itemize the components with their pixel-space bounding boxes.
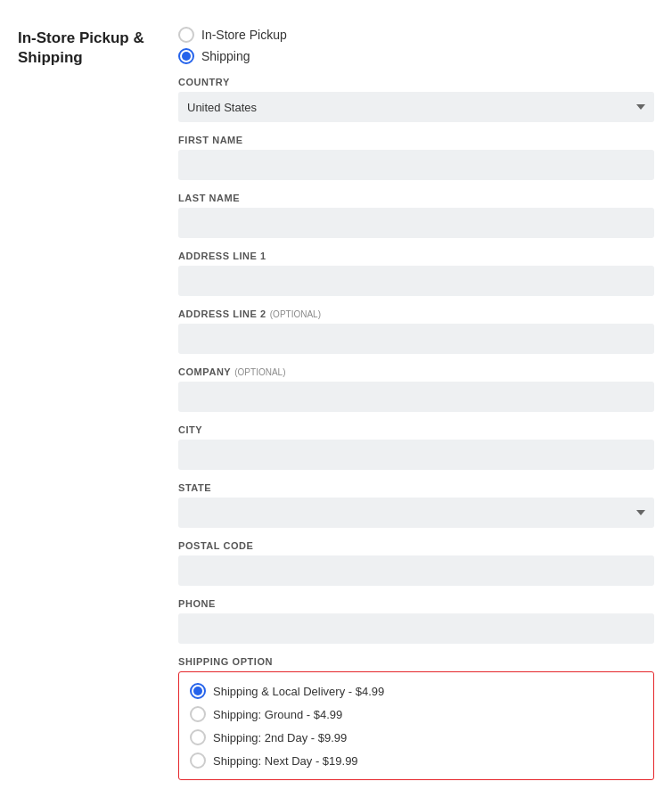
address2-label: ADDRESS LINE 2(OPTIONAL) [178,308,654,319]
address1-label: ADDRESS LINE 1 [178,251,654,261]
postal-code-label: POSTAL CODE [178,540,654,551]
postal-code-field-group: POSTAL CODE [178,540,654,586]
shipping-2ndday-radio[interactable] [190,729,206,745]
company-input[interactable] [178,382,654,412]
phone-input[interactable] [178,613,654,644]
address1-input[interactable] [178,266,654,296]
address2-optional: (OPTIONAL) [270,309,321,319]
shipping-option-local[interactable]: Shipping & Local Delivery - $4.99 [190,683,643,699]
shipping-option-radio-row[interactable]: Shipping [178,48,654,64]
state-select[interactable]: Alabama Alaska Arizona California New Yo… [178,498,654,528]
city-input[interactable] [178,440,654,470]
shipping-ground-radio[interactable] [190,706,206,722]
shipping-option-next-day[interactable]: Shipping: Next Day - $19.99 [190,753,643,769]
first-name-label: FIRST NAME [178,135,654,145]
first-name-field-group: FIRST NAME [178,135,654,180]
shipping-option-label: SHIPPING OPTION [178,656,654,667]
country-label: COUNTRY [178,77,654,87]
state-select-wrapper: Alabama Alaska Arizona California New Yo… [178,498,654,528]
country-select[interactable]: United States Canada United Kingdom Aust… [178,92,654,122]
country-field-group: COUNTRY United States Canada United King… [178,77,654,122]
shipping-radio[interactable] [178,48,194,64]
company-optional: (OPTIONAL) [234,367,285,377]
section-title: In-Store Pickup & Shipping [18,27,178,793]
country-select-wrapper: United States Canada United Kingdom Aust… [178,92,654,122]
company-label: COMPANY(OPTIONAL) [178,366,654,377]
first-name-input[interactable] [178,150,654,180]
address1-field-group: ADDRESS LINE 1 [178,251,654,296]
shipping-local-radio[interactable] [190,683,206,699]
delivery-type-group: In-Store Pickup Shipping [178,27,654,64]
address2-field-group: ADDRESS LINE 2(OPTIONAL) [178,308,654,354]
shipping-label: Shipping [201,49,250,63]
address2-input[interactable] [178,324,654,354]
company-field-group: COMPANY(OPTIONAL) [178,366,654,412]
shipping-option-ground[interactable]: Shipping: Ground - $4.99 [190,706,643,722]
last-name-field-group: LAST NAME [178,193,654,238]
shipping-option-field-group: SHIPPING OPTION Shipping & Local Deliver… [178,656,654,780]
shipping-options-box: Shipping & Local Delivery - $4.99 Shippi… [178,671,654,780]
shipping-ground-label: Shipping: Ground - $4.99 [213,708,342,721]
shipping-nextday-label: Shipping: Next Day - $19.99 [213,754,358,768]
city-label: CITY [178,424,654,435]
shipping-option-2nd-day[interactable]: Shipping: 2nd Day - $9.99 [190,729,643,745]
form-area: In-Store Pickup Shipping COUNTRY United … [178,27,654,793]
shipping-nextday-radio[interactable] [190,753,206,769]
phone-field-group: PHONE [178,598,654,644]
state-field-group: STATE Alabama Alaska Arizona California … [178,482,654,528]
in-store-label: In-Store Pickup [201,28,287,42]
shipping-local-label: Shipping & Local Delivery - $4.99 [213,685,384,698]
in-store-radio[interactable] [178,27,194,43]
shipping-2ndday-label: Shipping: 2nd Day - $9.99 [213,731,347,744]
city-field-group: CITY [178,424,654,470]
last-name-input[interactable] [178,208,654,238]
state-label: STATE [178,482,654,493]
postal-code-input[interactable] [178,555,654,586]
last-name-label: LAST NAME [178,193,654,203]
in-store-pickup-option[interactable]: In-Store Pickup [178,27,654,43]
phone-label: PHONE [178,598,654,609]
